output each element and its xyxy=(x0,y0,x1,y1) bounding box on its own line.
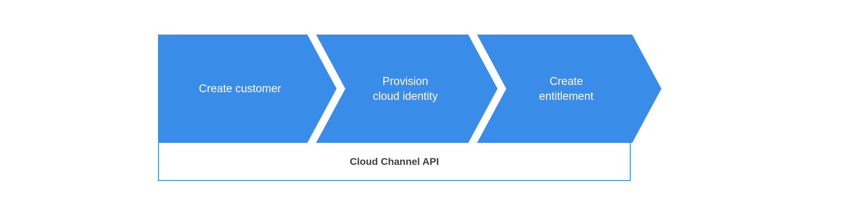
api-label: Cloud Channel API xyxy=(350,156,439,167)
step-label: Create entitlement xyxy=(530,74,608,104)
step-label: Create customer xyxy=(199,81,296,96)
api-label-box: Cloud Channel API xyxy=(158,143,631,181)
steps-row: Create customer Provision cloud identity… xyxy=(158,35,702,143)
step-provision-cloud-identity: Provision cloud identity xyxy=(316,35,497,143)
step-label: Provision cloud identity xyxy=(364,74,450,104)
step-create-entitlement: Create entitlement xyxy=(477,35,661,143)
step-create-customer: Create customer xyxy=(158,35,337,143)
provisioning-flow-diagram: Create customer Provision cloud identity… xyxy=(158,35,702,181)
